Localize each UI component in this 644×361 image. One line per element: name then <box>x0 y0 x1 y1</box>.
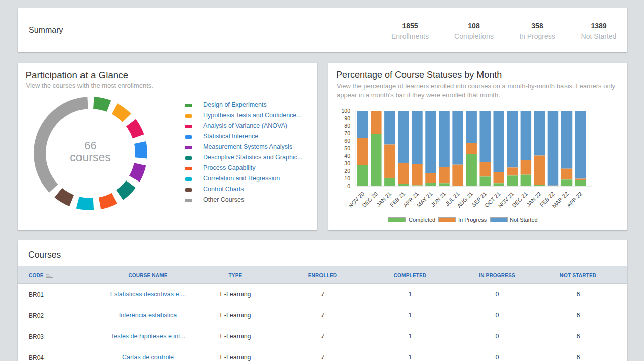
svg-text:APR 22: APR 22 <box>566 191 583 208</box>
svg-text:10: 10 <box>344 175 350 182</box>
svg-text:50: 50 <box>344 145 350 151</box>
svg-text:0: 0 <box>347 183 350 189</box>
svg-text:90: 90 <box>344 115 350 121</box>
svg-text:courses: courses <box>70 151 111 164</box>
svg-text:100: 100 <box>341 108 350 114</box>
svg-text:20: 20 <box>344 168 350 174</box>
svg-text:40: 40 <box>344 153 350 159</box>
svg-text:80: 80 <box>344 123 350 129</box>
svg-text:60: 60 <box>344 138 350 144</box>
svg-text:JUN 21: JUN 21 <box>430 191 447 208</box>
svg-text:66: 66 <box>84 139 96 152</box>
svg-text:30: 30 <box>344 160 350 166</box>
svg-text:MAY 21: MAY 21 <box>416 191 433 208</box>
svg-text:70: 70 <box>344 130 350 136</box>
